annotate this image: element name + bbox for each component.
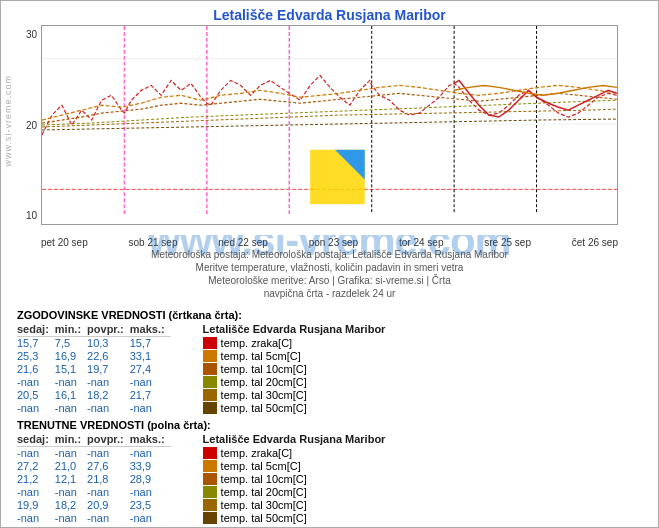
legend-color-box bbox=[203, 499, 217, 511]
table-row: 21,2 bbox=[17, 473, 55, 486]
legend-color-box bbox=[203, 460, 217, 472]
current-legend: Letališče Edvarda Rusjana Maribor temp. … bbox=[203, 433, 386, 525]
legend-item: temp. tal 50cm[C] bbox=[203, 512, 386, 524]
hist-col-min: min.: bbox=[55, 323, 87, 337]
table-row: -nan bbox=[55, 486, 87, 499]
chart-title: Letališče Edvarda Rusjana Maribor bbox=[1, 1, 658, 25]
table-row: 27,2 bbox=[17, 460, 55, 473]
table-row: -nan bbox=[130, 447, 171, 461]
table-row: -nan bbox=[130, 402, 171, 415]
table-row: 21,7 bbox=[130, 389, 171, 402]
historic-legend: Letališče Edvarda Rusjana Maribor temp. … bbox=[203, 323, 386, 415]
legend-item: temp. zraka[C] bbox=[203, 337, 386, 349]
current-table: sedaj: min.: povpr.: maks.: -nan-nan-nan… bbox=[17, 433, 171, 525]
hist-col-povpr: povpr.: bbox=[87, 323, 130, 337]
table-row: 27,6 bbox=[87, 460, 130, 473]
table-row: -nan bbox=[55, 402, 87, 415]
historic-data-table: sedaj: min.: povpr.: maks.: 15,77,510,31… bbox=[17, 323, 642, 415]
legend-color-box bbox=[203, 473, 217, 485]
legend-item: temp. tal 5cm[C] bbox=[203, 460, 386, 472]
legend-item: temp. tal 10cm[C] bbox=[203, 363, 386, 375]
table-row: -nan bbox=[17, 486, 55, 499]
legend-label: temp. zraka[C] bbox=[221, 447, 293, 459]
legend-label: temp. tal 50cm[C] bbox=[221, 512, 307, 524]
historic-table-left: sedaj: min.: povpr.: maks.: 15,77,510,31… bbox=[17, 323, 171, 415]
historic-title: ZGODOVINSKE VREDNOSTI (črtkana črta): bbox=[17, 309, 642, 321]
table-row: 16,9 bbox=[55, 350, 87, 363]
table-row: 15,7 bbox=[130, 337, 171, 351]
table-row: -nan bbox=[87, 376, 130, 389]
y-label-30: 30 bbox=[26, 29, 37, 40]
legend-label: temp. tal 5cm[C] bbox=[221, 460, 301, 472]
table-row: 19,9 bbox=[17, 499, 55, 512]
table-row: -nan bbox=[55, 512, 87, 525]
legend-line-0: Meteorološka postaja: Meteorološka posta… bbox=[1, 249, 658, 260]
curr-col-min: min.: bbox=[55, 433, 87, 447]
historic-station-name: Letališče Edvarda Rusjana Maribor bbox=[203, 323, 386, 335]
table-row: 15,1 bbox=[55, 363, 87, 376]
legend-label: temp. tal 30cm[C] bbox=[221, 389, 307, 401]
legend-color-box bbox=[203, 486, 217, 498]
table-row: 20,5 bbox=[17, 389, 55, 402]
table-row: -nan bbox=[17, 402, 55, 415]
legend-color-box bbox=[203, 402, 217, 414]
curr-col-povpr: povpr.: bbox=[87, 433, 130, 447]
legend-label: temp. tal 50cm[C] bbox=[221, 402, 307, 414]
table-row: 16,1 bbox=[55, 389, 87, 402]
current-title: TRENUTNE VREDNOSTI (polna črta): bbox=[17, 419, 642, 431]
table-row: 21,0 bbox=[55, 460, 87, 473]
table-row: -nan bbox=[87, 486, 130, 499]
legend-item: temp. tal 30cm[C] bbox=[203, 499, 386, 511]
curr-col-maks: maks.: bbox=[130, 433, 171, 447]
bottom-section: ZGODOVINSKE VREDNOSTI (črtkana črta): se… bbox=[1, 301, 658, 525]
table-row: 25,3 bbox=[17, 350, 55, 363]
table-row: -nan bbox=[87, 402, 130, 415]
legend-label: temp. tal 10cm[C] bbox=[221, 473, 307, 485]
current-data-table: sedaj: min.: povpr.: maks.: -nan-nan-nan… bbox=[17, 433, 642, 525]
table-row: 21,6 bbox=[17, 363, 55, 376]
legend-label: temp. tal 20cm[C] bbox=[221, 486, 307, 498]
legend-line-3: navpična črta - razdelek 24 ur bbox=[1, 288, 658, 299]
legend-item: temp. tal 10cm[C] bbox=[203, 473, 386, 485]
current-station-name: Letališče Edvarda Rusjana Maribor bbox=[203, 433, 386, 445]
table-row: 7,5 bbox=[55, 337, 87, 351]
legend-color-box bbox=[203, 389, 217, 401]
legend-line-1: Meritve temperature, vlažnosti, količin … bbox=[1, 262, 658, 273]
legend-label: temp. tal 20cm[C] bbox=[221, 376, 307, 388]
table-row: -nan bbox=[55, 376, 87, 389]
legend-label: temp. zraka[C] bbox=[221, 337, 293, 349]
y-label-10: 10 bbox=[26, 210, 37, 221]
table-row: 23,5 bbox=[130, 499, 171, 512]
table-row: 12,1 bbox=[55, 473, 87, 486]
table-row: 33,1 bbox=[130, 350, 171, 363]
table-row: 27,4 bbox=[130, 363, 171, 376]
y-axis: 30 20 10 bbox=[1, 25, 39, 225]
table-row: -nan bbox=[87, 447, 130, 461]
legend-color-box bbox=[203, 363, 217, 375]
legend-color-box bbox=[203, 350, 217, 362]
table-row: -nan bbox=[87, 512, 130, 525]
table-row: -nan bbox=[55, 447, 87, 461]
table-row: -nan bbox=[17, 376, 55, 389]
table-row: 21,8 bbox=[87, 473, 130, 486]
x-label-0: pet 20 sep bbox=[41, 237, 88, 248]
table-row: -nan bbox=[17, 447, 55, 461]
hist-col-maks: maks.: bbox=[130, 323, 171, 337]
legend-item: temp. tal 20cm[C] bbox=[203, 486, 386, 498]
current-table-left: sedaj: min.: povpr.: maks.: -nan-nan-nan… bbox=[17, 433, 171, 525]
legend-item: temp. zraka[C] bbox=[203, 447, 386, 459]
legend-line-2: Meteorološke meritve: Arso | Grafika: si… bbox=[1, 275, 658, 286]
legend-label: temp. tal 5cm[C] bbox=[221, 350, 301, 362]
legend-item: temp. tal 5cm[C] bbox=[203, 350, 386, 362]
main-container: Letališče Edvarda Rusjana Maribor www.si… bbox=[0, 0, 659, 528]
legend-item: temp. tal 20cm[C] bbox=[203, 376, 386, 388]
legend-item: temp. tal 30cm[C] bbox=[203, 389, 386, 401]
legend-color-box bbox=[203, 337, 217, 349]
hist-col-sedaj: sedaj: bbox=[17, 323, 55, 337]
legend-color-box bbox=[203, 447, 217, 459]
y-label-20: 20 bbox=[26, 120, 37, 131]
table-row: 18,2 bbox=[55, 499, 87, 512]
curr-col-sedaj: sedaj: bbox=[17, 433, 55, 447]
legend-label: temp. tal 30cm[C] bbox=[221, 499, 307, 511]
historic-table: sedaj: min.: povpr.: maks.: 15,77,510,31… bbox=[17, 323, 171, 415]
